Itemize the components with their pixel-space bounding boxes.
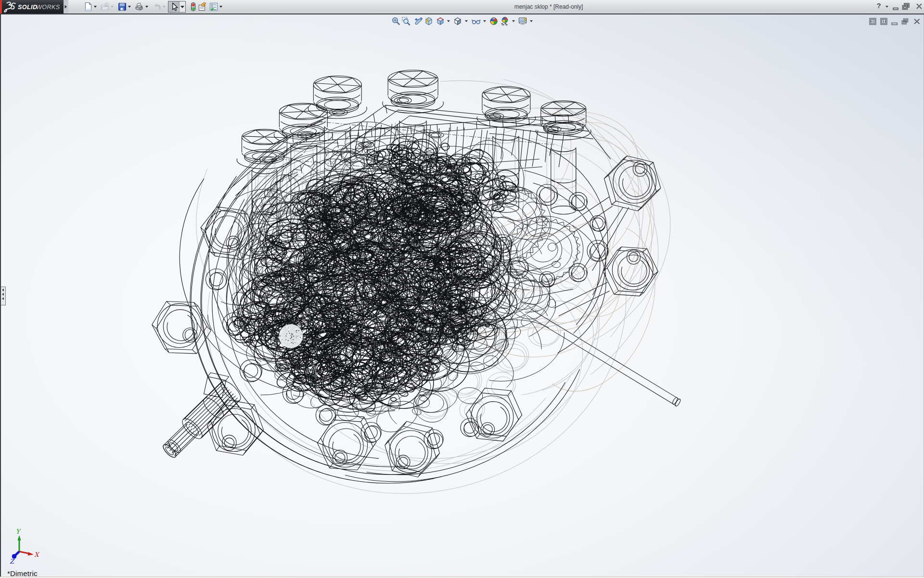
brand-word-works: WORKS: [36, 4, 60, 11]
collapse-arrow-icon: [2, 297, 4, 300]
print-dropdown[interactable]: [145, 6, 148, 8]
display-style-button[interactable]: [453, 16, 462, 26]
graphics-viewport[interactable]: Y X Z *Dimetric: [0, 14, 924, 577]
apply-scene-dropdown[interactable]: [512, 20, 515, 22]
triad-x-label: X: [34, 551, 40, 558]
select-tool-dropdown[interactable]: [180, 6, 184, 8]
triad-z-label: Z: [10, 558, 15, 565]
view-orientation-dropdown[interactable]: [447, 20, 450, 22]
stop-resume-button[interactable]: [188, 2, 198, 12]
minimize-document-button[interactable]: [891, 19, 898, 26]
close-document-button[interactable]: [913, 18, 921, 25]
hide-show-items-button[interactable]: [471, 16, 481, 26]
edit-appearance-button[interactable]: [489, 16, 499, 26]
orientation-triad: Y X Z: [9, 527, 43, 568]
title-bar: SOLID WORKS menjac sklop * [Read-only] ?: [0, 0, 924, 14]
brand-word-solid: SOLID: [18, 4, 37, 11]
undo-dropdown[interactable]: [163, 6, 166, 8]
help-button[interactable]: ?: [875, 1, 883, 12]
solidworks-logo[interactable]: SOLID WORKS: [0, 0, 68, 13]
print-button[interactable]: [134, 2, 144, 12]
options-dropdown[interactable]: [219, 6, 222, 8]
new-document-dropdown[interactable]: [94, 6, 97, 8]
apply-scene-button[interactable]: [500, 16, 510, 26]
view-orientation-label: *Dimetric: [7, 569, 38, 577]
collapse-arrow-icon: [2, 289, 4, 291]
section-view-button[interactable]: [424, 16, 434, 26]
dock-pane-left-button[interactable]: [869, 18, 876, 25]
select-tool-button[interactable]: [168, 1, 186, 13]
document-title: menjac sklop * [Read-only]: [514, 3, 583, 10]
file-properties-button[interactable]: [197, 2, 207, 12]
restore-document-button[interactable]: [901, 18, 909, 25]
open-button: [100, 2, 110, 12]
undo-button: [152, 2, 162, 12]
save-dropdown[interactable]: [128, 6, 131, 8]
help-dropdown[interactable]: [886, 6, 888, 8]
view-settings-dropdown[interactable]: [530, 20, 533, 22]
feature-manager-collapsed-tab[interactable]: [1, 287, 6, 305]
view-orientation-button[interactable]: [436, 16, 445, 26]
triad-y-label: Y: [16, 528, 22, 535]
solidworks-application: { "window": { "title": "menjac sklop * […: [0, 0, 924, 578]
minimize-button[interactable]: [893, 3, 899, 11]
zoom-to-area-button[interactable]: [401, 16, 411, 26]
previous-view-button[interactable]: [413, 16, 423, 26]
wireframe-model: [1, 14, 924, 576]
collapse-arrow-icon: [2, 293, 4, 296]
hide-show-items-dropdown[interactable]: [483, 20, 486, 22]
select-cursor-icon[interactable]: [168, 1, 180, 12]
zoom-to-fit-button[interactable]: [391, 16, 401, 26]
brand-red-strip: [0, 0, 2, 13]
heads-up-view-toolbar: [1, 16, 924, 27]
options-button[interactable]: [209, 2, 218, 12]
open-dropdown[interactable]: [111, 6, 114, 8]
display-style-dropdown[interactable]: [465, 20, 468, 22]
restore-button[interactable]: [902, 2, 910, 11]
close-button[interactable]: [916, 2, 923, 10]
save-button[interactable]: [117, 2, 127, 12]
dock-pane-right-button[interactable]: [880, 18, 887, 25]
new-document-button[interactable]: [83, 2, 93, 12]
view-settings-button[interactable]: [518, 16, 527, 26]
